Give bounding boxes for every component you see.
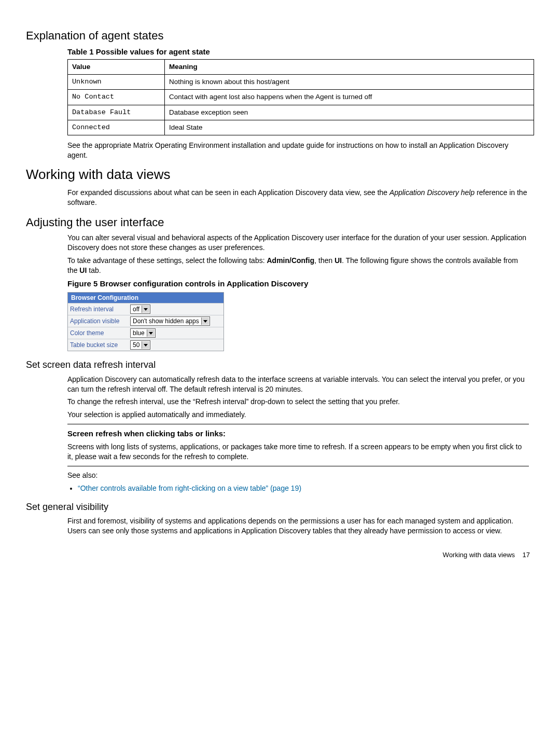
figure-caption: Figure 5 Browser configuration controls … — [67, 279, 529, 289]
bucket-size-dropdown[interactable]: 50 — [130, 340, 150, 350]
paragraph: First and foremost, visibility of system… — [67, 516, 529, 536]
browser-config-panel: Browser Configuration Refresh interval o… — [67, 292, 224, 351]
cross-ref-link[interactable]: “Other controls available from right-cli… — [78, 484, 301, 492]
heading-agent-states: Explanation of agent states — [26, 28, 534, 44]
paragraph: Your selection is applied automatically … — [67, 410, 529, 420]
divider — [67, 424, 529, 424]
page-number: 17 — [523, 551, 530, 559]
cell-value: No Contact — [68, 90, 165, 105]
chevron-down-icon — [142, 306, 149, 313]
footer-section: Working with data views — [443, 551, 515, 559]
cell-value: Database Fault — [68, 105, 165, 120]
chevron-down-icon — [142, 341, 149, 349]
cell-meaning: Nothing is known about this host/agent — [165, 75, 534, 90]
page-footer: Working with data views 17 — [26, 550, 534, 560]
cell-meaning: Database exception seen — [165, 105, 534, 120]
th-meaning: Meaning — [165, 59, 534, 74]
agent-state-table: Value Meaning Unknown Nothing is known a… — [67, 59, 534, 135]
paragraph: For expanded discussions about what can … — [67, 188, 529, 208]
refresh-interval-label: Refresh interval — [70, 305, 127, 313]
heading-working-views: Working with data views — [26, 165, 534, 184]
note-body: Screens with long lists of systems, appl… — [67, 442, 529, 462]
app-visible-dropdown[interactable]: Don't show hidden apps — [130, 316, 210, 326]
cell-value: Connected — [68, 120, 165, 135]
color-theme-dropdown[interactable]: blue — [130, 328, 156, 338]
table-row: Database Fault Database exception seen — [68, 105, 534, 120]
color-theme-label: Color theme — [70, 329, 127, 337]
note-title: Screen refresh when clicking tabs or lin… — [67, 429, 529, 439]
cell-meaning: Contact with agent lost also happens whe… — [165, 90, 534, 105]
th-value: Value — [68, 59, 165, 74]
table-row: Unknown Nothing is known about this host… — [68, 75, 534, 90]
paragraph: Application Discovery can automatically … — [67, 375, 529, 394]
heading-adjusting-ui: Adjusting the user interface — [26, 215, 534, 230]
bucket-size-label: Table bucket size — [70, 341, 127, 349]
table-caption: Table 1 Possible values for agent state — [67, 47, 529, 57]
refresh-interval-dropdown[interactable]: off — [130, 305, 150, 314]
heading-general-visibility: Set general visibility — [26, 501, 534, 513]
see-also-label: See also: — [67, 471, 529, 480]
list-item: “Other controls available from right-cli… — [78, 483, 529, 493]
app-visible-label: Application visible — [70, 317, 127, 325]
divider — [67, 466, 529, 466]
chevron-down-icon — [147, 329, 155, 337]
heading-refresh-interval: Set screen data refresh interval — [26, 358, 534, 371]
panel-title: Browser Configuration — [68, 293, 223, 303]
paragraph: To take advantage of these settings, sel… — [67, 256, 529, 275]
chevron-down-icon — [201, 317, 209, 325]
table-row: Connected Ideal State — [68, 120, 534, 135]
cell-meaning: Ideal State — [165, 120, 534, 135]
table-row: No Contact Contact with agent lost also … — [68, 90, 534, 105]
cell-value: Unknown — [68, 75, 165, 90]
paragraph: See the appropriate Matrix Operating Env… — [67, 141, 529, 160]
paragraph: To change the refresh interval, use the … — [67, 397, 529, 407]
paragraph: You can alter several visual and behavio… — [67, 233, 529, 253]
